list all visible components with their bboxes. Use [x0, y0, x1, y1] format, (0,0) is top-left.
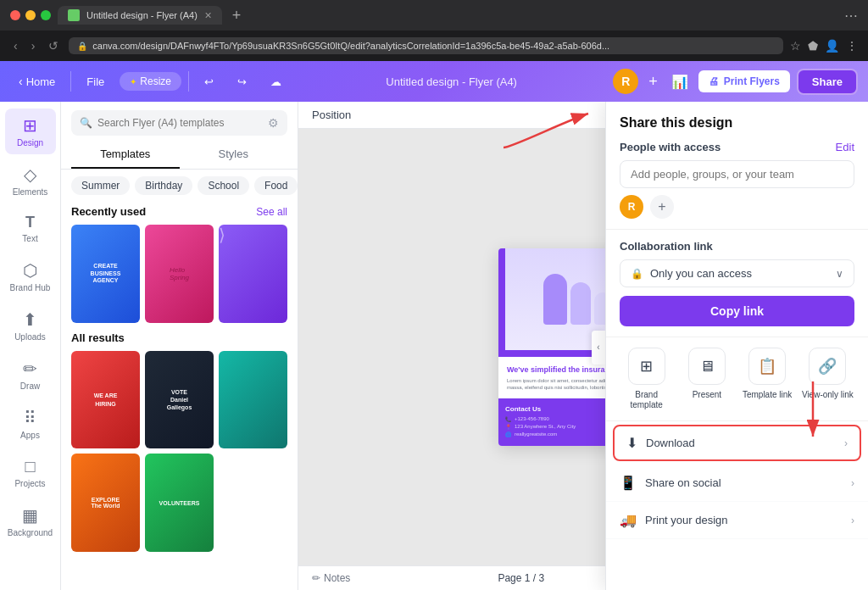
search-box[interactable]: 🔍 ⚙ — [71, 110, 287, 136]
download-chevron: › — [844, 437, 848, 449]
profile-btn[interactable]: 👤 — [825, 39, 839, 53]
template-thumb-6[interactable] — [219, 351, 287, 449]
sidebar-item-uploads[interactable]: ⬆ Uploads — [5, 303, 56, 348]
browser-tab[interactable]: Untitled design - Flyer (A4) ✕ — [58, 6, 222, 25]
print-flyers-btn[interactable]: 🖨 Print Flyers — [698, 70, 790, 92]
print-label: Print your design — [645, 514, 728, 526]
sidebar-item-brand-hub[interactable]: ⬡ Brand Hub — [5, 253, 56, 299]
resize-btn[interactable]: ✦ Resize — [120, 72, 181, 91]
sidebar-item-draw[interactable]: ✏ Draw — [5, 352, 56, 398]
new-tab-btn[interactable]: + — [232, 7, 242, 25]
share-action-template-link[interactable]: 📋 Template link — [741, 348, 794, 410]
collapse-panel-btn[interactable]: ‹ — [592, 331, 605, 365]
template-thumb-1[interactable]: CREATEBUSINESSAGENCY — [71, 225, 140, 323]
share-action-present[interactable]: 🖥 Present — [680, 348, 733, 410]
template-thumb-5[interactable]: VOTEDanielGallegos — [145, 351, 214, 449]
print-option[interactable]: 🚚 Print your design › — [606, 502, 868, 539]
chip-birthday[interactable]: Birthday — [135, 176, 192, 195]
share-action-brand-template[interactable]: ⊞ Brand template — [620, 348, 673, 410]
redo-btn[interactable]: ↪ — [229, 70, 255, 93]
print-truck-icon: 🚚 — [620, 512, 637, 528]
home-label: Home — [26, 75, 56, 88]
edit-access-link[interactable]: Edit — [836, 141, 854, 153]
browser-more-btn[interactable]: ⋯ — [844, 8, 858, 24]
undo-btn[interactable]: ↩ — [196, 70, 222, 93]
bookmark-btn[interactable]: ☆ — [790, 39, 801, 53]
chevron-left-icon: ‹ — [19, 75, 23, 88]
add-user-btn[interactable]: + — [645, 70, 661, 94]
add-collaborator-btn[interactable]: + — [650, 195, 674, 219]
template-thumb-7[interactable]: EXPLOREThe World — [71, 454, 140, 552]
user-avatar[interactable]: R — [613, 69, 638, 94]
chip-summer[interactable]: Summer — [71, 176, 130, 195]
toolbar-right: R + 📊 🖨 Print Flyers Share — [613, 69, 858, 95]
share-action-view-only[interactable]: 🔗 View-only link — [801, 348, 854, 410]
file-label: File — [86, 75, 104, 88]
notes-icon: ✏ — [312, 572, 320, 584]
share-btn[interactable]: Share — [797, 69, 858, 95]
close-window-btn[interactable] — [10, 10, 20, 20]
share-label: Share — [812, 75, 843, 88]
chevron-down-icon: ∨ — [836, 268, 843, 280]
minimize-window-btn[interactable] — [25, 10, 36, 20]
chip-food[interactable]: Food — [254, 176, 298, 195]
share-social-option[interactable]: 📱 Share on social › — [606, 465, 868, 502]
chip-school[interactable]: School — [198, 176, 249, 195]
recently-used-title: Recently used — [71, 205, 146, 218]
user-avatar-r: R — [620, 195, 643, 219]
notes-btn[interactable]: ✏ Notes — [312, 572, 350, 584]
back-btn[interactable]: ‹ — [10, 37, 21, 54]
toolbar-divider-2 — [188, 71, 189, 92]
sidebar-item-projects[interactable]: □ Projects — [5, 450, 56, 495]
url-bar[interactable]: 🔒 canva.com/design/DAFnwyf4FTo/Yp69usuaK… — [69, 37, 783, 54]
sidebar-label-brand-hub: Brand Hub — [10, 283, 51, 292]
tab-templates[interactable]: Templates — [71, 141, 180, 169]
menu-btn[interactable]: ⋮ — [846, 39, 858, 53]
view-only-label: View-only link — [802, 390, 854, 400]
share-email-input[interactable] — [620, 160, 854, 188]
maximize-window-btn[interactable] — [41, 10, 51, 20]
sidebar-item-design[interactable]: ⊞ Design — [5, 109, 56, 154]
printer-icon: 🖨 — [709, 75, 719, 87]
extensions-btn[interactable]: ⬟ — [808, 39, 818, 53]
apps-icon: ⠿ — [24, 408, 36, 428]
forward-btn[interactable]: › — [28, 37, 39, 54]
tab-close-btn[interactable]: ✕ — [204, 10, 212, 21]
copy-link-btn[interactable]: Copy link — [620, 296, 854, 326]
cloud-icon: ☁ — [270, 75, 281, 88]
share-social-icon: 📱 — [620, 475, 637, 491]
panel-tabs: Templates Styles — [61, 141, 298, 170]
share-panel-title: Share this design — [620, 115, 854, 131]
sidebar-item-elements[interactable]: ◇ Elements — [5, 158, 56, 203]
tab-styles[interactable]: Styles — [180, 141, 288, 169]
share-panel: Share this design People with access Edi… — [605, 102, 868, 590]
home-btn[interactable]: ‹ Home — [10, 70, 64, 93]
template-link-label: Template link — [743, 390, 792, 400]
template-thumb-2[interactable]: HelloSpring — [145, 225, 214, 323]
chevron-right-icon: ‹ — [597, 342, 599, 352]
refresh-btn[interactable]: ↺ — [45, 37, 62, 54]
search-input[interactable] — [97, 117, 263, 129]
window-controls — [10, 10, 51, 20]
template-thumb-4[interactable]: WE AREHIRING — [71, 351, 140, 449]
sidebar-item-apps[interactable]: ⠿ Apps — [5, 401, 56, 447]
access-level-dropdown[interactable]: 🔒 Only you can access ∨ — [620, 259, 854, 287]
analytics-btn[interactable]: 📊 — [668, 70, 692, 93]
sidebar-item-background[interactable]: ▦ Background — [5, 498, 56, 544]
toolbar-divider — [70, 71, 71, 92]
template-thumb-8[interactable]: VOLUNTEERS — [145, 454, 214, 552]
canvas-area: Position — [298, 102, 868, 590]
template-thumb-3[interactable]: ⟩ — [219, 225, 287, 323]
undo-icon: ↩ — [204, 75, 214, 88]
share-options-list: ⬇ Download › 📱 Share on social › 🚚 Pri — [606, 421, 868, 590]
print-label: Print Flyers — [724, 75, 780, 87]
uploads-icon: ⬆ — [23, 309, 37, 330]
browser-actions: ☆ ⬟ 👤 ⋮ — [790, 39, 858, 53]
sidebar-item-text[interactable]: T Text — [5, 207, 56, 250]
filter-icon[interactable]: ⚙ — [268, 116, 279, 130]
cloud-save-btn[interactable]: ☁ — [262, 70, 290, 93]
download-option[interactable]: ⬇ Download › — [613, 425, 861, 461]
download-option-left: ⬇ Download — [626, 435, 695, 451]
file-btn[interactable]: File — [78, 70, 113, 93]
see-all-link[interactable]: See all — [256, 206, 287, 218]
